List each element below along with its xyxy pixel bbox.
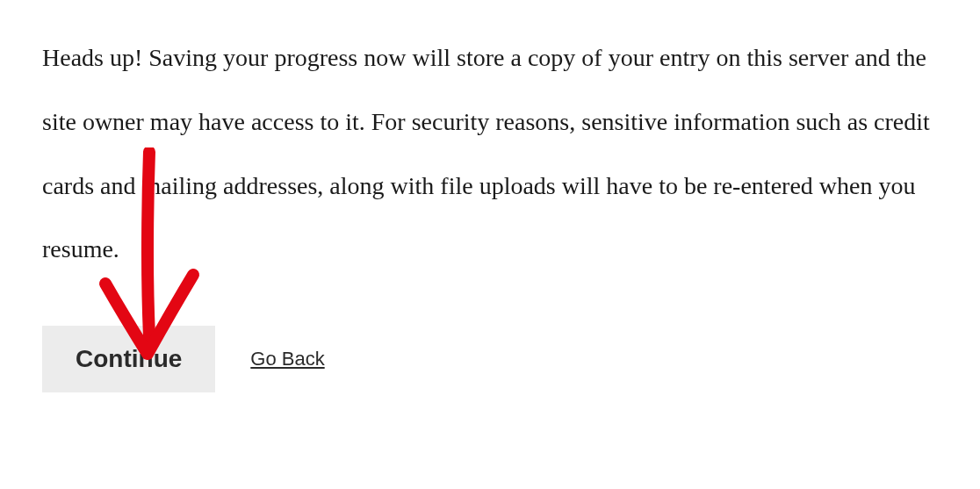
- warning-message: Heads up! Saving your progress now will …: [42, 26, 938, 282]
- action-buttons: Continue Go Back: [42, 326, 938, 392]
- continue-button[interactable]: Continue: [42, 326, 215, 392]
- go-back-link[interactable]: Go Back: [250, 348, 324, 370]
